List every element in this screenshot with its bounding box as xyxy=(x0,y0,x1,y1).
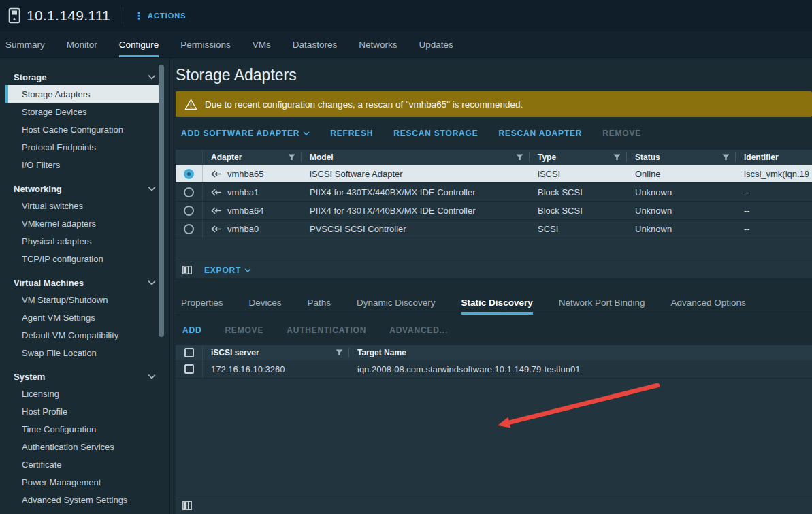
sidebar-item-swap-file-location[interactable]: Swap File Location xyxy=(0,344,169,362)
table-row-vmhba65[interactable]: vmhba65 iSCSI Software Adapter iSCSI Onl… xyxy=(176,165,812,183)
sidebar-item-physical-adapters[interactable]: Physical adapters xyxy=(0,232,169,250)
filter-icon[interactable] xyxy=(722,154,730,161)
sidebar-item-advanced-system-settings[interactable]: Advanced System Settings xyxy=(0,491,169,509)
export-button[interactable]: EXPORT xyxy=(204,266,251,275)
radio-unselected[interactable] xyxy=(184,206,194,216)
chevron-down-icon xyxy=(148,374,156,379)
host-icon xyxy=(8,7,27,24)
actions-button[interactable]: ⋮ ACTIONS xyxy=(134,11,186,20)
sidebar-item-storage-adapters[interactable]: Storage Adapters xyxy=(5,85,161,103)
tab-permissions[interactable]: Permissions xyxy=(180,31,231,57)
status-value: Online xyxy=(627,169,736,179)
radio-unselected[interactable] xyxy=(184,224,194,234)
column-header-identifier[interactable]: Identifier xyxy=(736,152,812,162)
tab-dynamic-discovery[interactable]: Dynamic Discovery xyxy=(357,291,436,315)
tab-datastores[interactable]: Datastores xyxy=(293,31,337,57)
column-header-iscsi-server[interactable]: iSCSI server xyxy=(203,348,349,357)
column-header-target-name[interactable]: Target Name xyxy=(349,348,812,357)
rescan-adapter-button[interactable]: RESCAN ADAPTER xyxy=(499,129,583,138)
radio-column-header xyxy=(176,150,203,165)
sidebar-item-protocol-endpoints[interactable]: Protocol Endpoints xyxy=(0,138,169,156)
column-header-type[interactable]: Type xyxy=(530,152,627,162)
adapter-icon xyxy=(211,225,222,233)
sidebar-item-storage-devices[interactable]: Storage Devices xyxy=(0,103,169,121)
advanced-button[interactable]: ADVANCED... xyxy=(389,325,448,335)
static-table-footer xyxy=(176,496,812,514)
sidebar-section-virtual-machines[interactable]: Virtual Machines xyxy=(0,274,169,291)
tab-advanced-options[interactable]: Advanced Options xyxy=(670,291,745,315)
tab-static-discovery[interactable]: Static Discovery xyxy=(461,291,533,315)
sidebar-item-power-management[interactable]: Power Management xyxy=(0,473,169,491)
adapter-icon xyxy=(211,189,222,196)
sidebar-item-vmkernel-adapters[interactable]: VMkernel adapters xyxy=(0,214,169,232)
static-table-empty-area xyxy=(176,379,812,496)
select-all-checkbox[interactable] xyxy=(184,348,194,357)
adapter-icon xyxy=(211,207,222,214)
main-content: Storage Adapters Due to recent configura… xyxy=(170,58,812,514)
table-row-vmhba64[interactable]: vmhba64 PIIX4 for 430TX/440BX/MX IDE Con… xyxy=(176,202,812,220)
caret-down-icon xyxy=(303,131,310,135)
sidebar-item-virtual-switches[interactable]: Virtual switches xyxy=(0,197,169,214)
tab-monitor[interactable]: Monitor xyxy=(67,31,97,57)
column-header-status[interactable]: Status xyxy=(627,152,736,162)
chevron-down-icon xyxy=(148,74,156,80)
page-title: 10.1.149.111 xyxy=(27,7,110,24)
status-value: Unknown xyxy=(627,206,736,216)
tab-vms[interactable]: VMs xyxy=(253,31,271,57)
column-settings-icon[interactable] xyxy=(182,501,192,510)
rescan-warning-banner: Due to recent configuration changes, a r… xyxy=(176,91,812,117)
tab-updates[interactable]: Updates xyxy=(419,31,453,57)
column-header-adapter[interactable]: Adapter xyxy=(203,152,302,162)
tab-properties[interactable]: Properties xyxy=(181,291,223,315)
sidebar-item-tcpip-configuration[interactable]: TCP/IP configuration xyxy=(0,250,169,268)
sidebar-section-system[interactable]: System xyxy=(0,368,169,385)
sidebar-item-vm-startup-shutdown[interactable]: VM Startup/Shutdown xyxy=(0,291,169,308)
sidebar-item-licensing[interactable]: Licensing xyxy=(0,385,169,402)
sidebar-item-agent-vm-settings[interactable]: Agent VM Settings xyxy=(0,308,169,326)
sidebar-section-storage[interactable]: Storage xyxy=(0,69,169,85)
tab-network-port-binding[interactable]: Network Port Binding xyxy=(559,291,645,315)
add-software-adapter-button[interactable]: ADD SOFTWARE ADAPTER xyxy=(181,129,310,138)
sidebar-item-authentication-services[interactable]: Authentication Services xyxy=(0,438,169,455)
sidebar-item-default-vm-compatibility[interactable]: Default VM Compatibility xyxy=(0,326,169,344)
table-row-vmhba0[interactable]: vmhba0 PVSCSI SCSI Controller SCSI Unkno… xyxy=(176,220,812,238)
table-row-vmhba1[interactable]: vmhba1 PIIX4 for 430TX/440BX/MX IDE Cont… xyxy=(176,183,812,202)
status-value: Unknown xyxy=(627,187,736,197)
row-checkbox[interactable] xyxy=(184,364,194,374)
add-button[interactable]: ADD xyxy=(182,325,201,335)
filter-icon[interactable] xyxy=(613,154,621,161)
static-table-header: iSCSI server Target Name xyxy=(176,345,812,360)
radio-unselected[interactable] xyxy=(184,187,194,197)
adapters-table-footer: EXPORT xyxy=(176,261,812,278)
authentication-button[interactable]: AUTHENTICATION xyxy=(287,325,366,335)
filter-icon[interactable] xyxy=(336,349,343,356)
remove-button[interactable]: REMOVE xyxy=(602,129,641,138)
filter-icon[interactable] xyxy=(288,154,295,161)
chevron-down-icon xyxy=(148,280,156,285)
sidebar-item-certificate[interactable]: Certificate xyxy=(0,455,169,473)
sidebar-item-time-configuration[interactable]: Time Configuration xyxy=(0,420,169,438)
chevron-down-icon xyxy=(148,186,156,191)
sidebar-section-networking[interactable]: Networking xyxy=(0,180,169,197)
select-all-cell xyxy=(176,345,203,360)
tab-summary[interactable]: Summary xyxy=(5,31,45,57)
status-value: Unknown xyxy=(627,224,736,234)
sidebar-item-host-cache-configuration[interactable]: Host Cache Configuration xyxy=(0,121,169,138)
sidebar-scrollbar[interactable] xyxy=(159,65,164,337)
banner-message: Due to recent configuration changes, a r… xyxy=(205,99,523,110)
remove-target-button[interactable]: REMOVE xyxy=(225,325,263,335)
radio-selected[interactable] xyxy=(184,169,194,179)
sidebar-item-io-filters[interactable]: I/O Filters xyxy=(0,156,169,174)
filter-icon[interactable] xyxy=(516,154,523,161)
static-target-row[interactable]: 172.16.16.10:3260 iqn.2008-08.com.starwi… xyxy=(176,360,812,379)
column-settings-icon[interactable] xyxy=(182,266,192,274)
tab-paths[interactable]: Paths xyxy=(308,291,331,315)
tab-devices[interactable]: Devices xyxy=(249,291,282,315)
tab-networks[interactable]: Networks xyxy=(359,31,397,57)
caret-down-icon xyxy=(244,268,251,272)
refresh-button[interactable]: REFRESH xyxy=(330,129,373,138)
tab-configure[interactable]: Configure xyxy=(119,31,159,57)
sidebar-item-host-profile[interactable]: Host Profile xyxy=(0,402,169,420)
rescan-storage-button[interactable]: RESCAN STORAGE xyxy=(393,129,478,138)
column-header-model[interactable]: Model xyxy=(302,152,530,162)
